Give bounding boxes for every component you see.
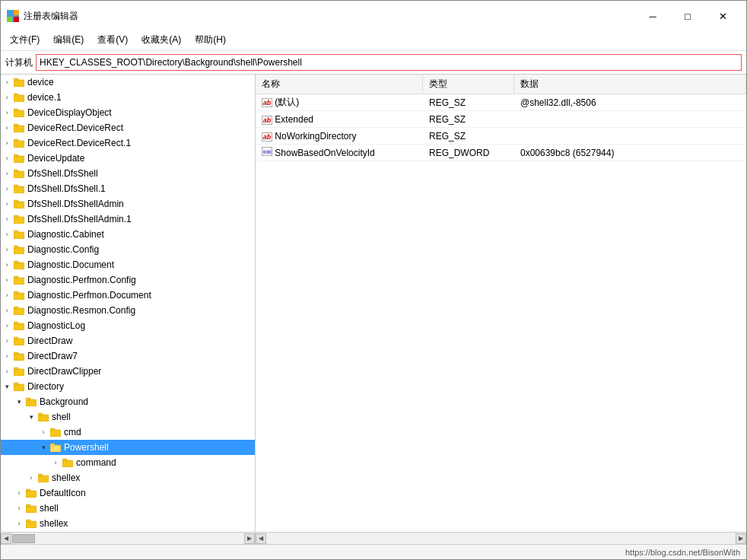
tree-item-shellex2[interactable]: › shellex — [1, 516, 255, 531]
detail-cell-data — [514, 135, 746, 138]
svg-rect-34 — [14, 308, 24, 315]
close-button[interactable]: ✕ — [705, 5, 740, 27]
menu-view[interactable]: 查看(V) — [91, 31, 134, 49]
svg-rect-61 — [26, 504, 30, 507]
expander-icon[interactable]: › — [1, 215, 13, 223]
expander-icon[interactable]: › — [13, 489, 25, 497]
tree-item-DirectDraw[interactable]: › DirectDraw — [1, 333, 255, 348]
expander-icon[interactable]: ▾ — [1, 383, 13, 390]
tree-item-label: device — [27, 77, 54, 88]
expander-icon[interactable]: ▾ — [25, 413, 37, 421]
scroll-left-arrow-detail[interactable]: ◀ — [256, 533, 266, 544]
tree-item-DirectShow[interactable]: › DirectShow — [1, 531, 255, 532]
header-name[interactable]: 名称 — [256, 75, 423, 94]
tree-item-Powershell[interactable]: ▾ Powershell — [1, 440, 255, 455]
expander-icon[interactable]: › — [1, 261, 13, 269]
expander-icon[interactable]: › — [49, 459, 62, 466]
tree-item-Directory[interactable]: ▾ Directory — [1, 379, 255, 394]
scroll-track-tree[interactable] — [11, 533, 244, 544]
minimize-button[interactable]: ─ — [635, 5, 670, 27]
menu-help[interactable]: 帮助(H) — [189, 31, 232, 49]
expander-icon[interactable]: › — [1, 276, 13, 284]
maximize-button[interactable]: □ — [670, 5, 705, 27]
expander-icon[interactable]: › — [13, 504, 25, 512]
detail-row[interactable]: ab NoWorkingDirectoryREG_SZ — [256, 128, 746, 145]
tree-item-DfsShellDfsShellAdmin[interactable]: › DfsShell.DfsShellAdmin — [1, 196, 255, 212]
tree-item-DeviceRectDeviceRect[interactable]: › DeviceRect.DeviceRect — [1, 120, 255, 135]
detail-row[interactable]: 000 ShowBasedOnVelocityIdREG_DWORD0x0063… — [256, 145, 746, 161]
expander-icon[interactable]: › — [13, 520, 25, 527]
tree-item-device1[interactable]: › device.1 — [1, 90, 255, 105]
tree-item-DiagnosticPerfmonConfig[interactable]: › Diagnostic.Perfmon.Config — [1, 272, 255, 288]
expander-icon[interactable]: › — [1, 154, 13, 162]
tree-item-DiagnosticPerfmonDocument[interactable]: › Diagnostic.Perfmon.Document — [1, 288, 255, 303]
svg-rect-51 — [50, 428, 55, 431]
menu-file[interactable]: 文件(F) — [4, 31, 46, 49]
expander-icon[interactable]: › — [1, 322, 13, 329]
detail-panel[interactable]: 名称 类型 数据 ab (默认)REG_SZ@shell32.dll,-8506… — [256, 75, 746, 532]
expander-icon[interactable]: › — [37, 428, 49, 436]
detail-cell-type: REG_SZ — [423, 129, 514, 143]
header-type[interactable]: 类型 — [423, 75, 514, 94]
expander-icon[interactable]: › — [1, 246, 13, 253]
tree-item-DefaultIcon[interactable]: › DefaultIcon — [1, 485, 255, 501]
scroll-track-detail[interactable] — [266, 533, 736, 544]
tree-item-cmd[interactable]: › cmd — [1, 425, 255, 440]
tree-item-DfsShellDfsShell1[interactable]: › DfsShell.DfsShell.1 — [1, 181, 255, 196]
svg-rect-54 — [62, 460, 73, 467]
expander-icon[interactable]: › — [1, 78, 13, 86]
expander-icon[interactable]: › — [1, 109, 13, 116]
tree-item-DeviceUpdate[interactable]: › DeviceUpdate — [1, 151, 255, 166]
svg-rect-10 — [14, 126, 24, 132]
tree-item-DfsShellDfsShell[interactable]: › DfsShell.DfsShell — [1, 166, 255, 181]
tree-item-DeviceDisplayObject[interactable]: › DeviceDisplayObject — [1, 105, 255, 120]
detail-h-scroll[interactable]: ◀ ▶ — [256, 533, 746, 544]
tree-item-DiagnosticDocument[interactable]: › Diagnostic.Document — [1, 257, 255, 272]
expander-icon[interactable]: › — [1, 337, 13, 345]
expander-icon[interactable]: ▾ — [13, 398, 25, 406]
expander-icon[interactable]: › — [1, 231, 13, 238]
tree-item-DiagnosticCabinet[interactable]: › Diagnostic.Cabinet — [1, 227, 255, 242]
expander-icon[interactable]: › — [25, 474, 37, 482]
expander-icon[interactable]: › — [1, 307, 13, 314]
expander-icon[interactable]: › — [1, 124, 13, 132]
folder-icon — [25, 504, 37, 513]
menu-favorites[interactable]: 收藏夹(A) — [135, 31, 187, 49]
svg-rect-44 — [14, 384, 24, 391]
header-data[interactable]: 数据 — [514, 75, 746, 94]
menu-edit[interactable]: 编辑(E) — [47, 31, 90, 49]
expander-icon[interactable]: › — [1, 170, 13, 177]
tree-item-shellex[interactable]: › shellex — [1, 470, 255, 485]
svg-rect-47 — [26, 398, 30, 400]
tree-item-device[interactable]: › device — [1, 75, 255, 90]
tree-item-DirectDrawClipper[interactable]: › DirectDrawClipper — [1, 364, 255, 379]
scroll-left-arrow[interactable]: ◀ — [1, 533, 11, 544]
expander-icon[interactable]: › — [1, 185, 13, 192]
expander-icon[interactable]: › — [1, 352, 13, 360]
detail-row[interactable]: ab (默认)REG_SZ@shell32.dll,-8506 — [256, 94, 746, 111]
scroll-right-arrow-detail[interactable]: ▶ — [736, 533, 746, 544]
tree-item-DeviceRectDeviceRect1[interactable]: › DeviceRect.DeviceRect.1 — [1, 135, 255, 151]
tree-item-DfsShellDfsShellAdmin1[interactable]: › DfsShell.DfsShellAdmin.1 — [1, 212, 255, 227]
tree-item-DiagnosticLog[interactable]: › DiagnosticLog — [1, 318, 255, 333]
expander-icon[interactable]: › — [1, 200, 13, 208]
expander-icon[interactable]: › — [1, 368, 13, 375]
tree-item-DiagnosticResmonConfig[interactable]: › Diagnostic.Resmon.Config — [1, 303, 255, 318]
tree-panel[interactable]: › device› device.1› DeviceDisplayObject›… — [1, 75, 256, 532]
tree-item-shell2[interactable]: › shell — [1, 501, 255, 516]
tree-h-scroll[interactable]: ◀ ▶ — [1, 533, 256, 544]
scroll-thumb-tree[interactable] — [12, 534, 35, 543]
expander-icon[interactable]: › — [1, 94, 13, 101]
expander-icon[interactable]: › — [1, 139, 13, 147]
expander-icon[interactable]: › — [1, 291, 13, 299]
svg-rect-63 — [26, 520, 30, 522]
detail-row[interactable]: ab ExtendedREG_SZ — [256, 111, 746, 128]
tree-item-DiagnosticConfig[interactable]: › Diagnostic.Config — [1, 242, 255, 257]
tree-item-command[interactable]: › command — [1, 455, 255, 470]
tree-item-Background[interactable]: ▾ Background — [1, 394, 255, 409]
tree-item-DirectDraw7[interactable]: › DirectDraw7 — [1, 348, 255, 364]
tree-item-shell[interactable]: ▾ shell — [1, 409, 255, 425]
scroll-right-arrow[interactable]: ▶ — [244, 533, 255, 544]
address-input[interactable] — [36, 54, 742, 71]
expander-icon[interactable]: ▾ — [37, 444, 49, 451]
